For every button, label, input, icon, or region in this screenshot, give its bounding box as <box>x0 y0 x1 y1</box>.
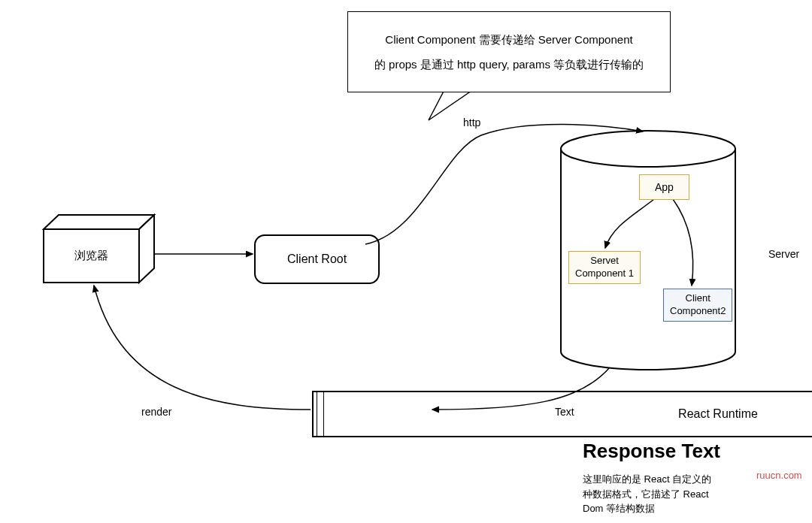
server-label: Server <box>768 248 799 260</box>
render-label: render <box>141 406 171 418</box>
callout-line2: 的 props 是通过 http query, params 等负载进行传输的 <box>374 52 644 77</box>
response-heading: Response Text <box>583 440 720 463</box>
client-root-node: Client Root <box>254 234 380 284</box>
svg-marker-1 <box>44 215 154 229</box>
response-desc: 这里响应的是 React 自定义的 种数据格式，它描述了 React Dom 等… <box>583 472 711 516</box>
servet-component-node: Servet Component 1 <box>568 251 641 284</box>
callout-line1: Client Component 需要传递给 Server Component <box>385 27 632 52</box>
browser-node-label: 浏览器 <box>44 229 139 283</box>
client-component2-node: Client Component2 <box>663 289 732 322</box>
http-label: http <box>463 116 480 128</box>
text-label: Text <box>555 406 574 418</box>
app-node: App <box>639 174 689 200</box>
svg-point-3 <box>561 131 735 167</box>
svg-marker-2 <box>139 215 154 283</box>
watermark-text: ruucn.com <box>756 470 802 481</box>
callout-box: Client Component 需要传递给 Server Component … <box>347 11 671 92</box>
